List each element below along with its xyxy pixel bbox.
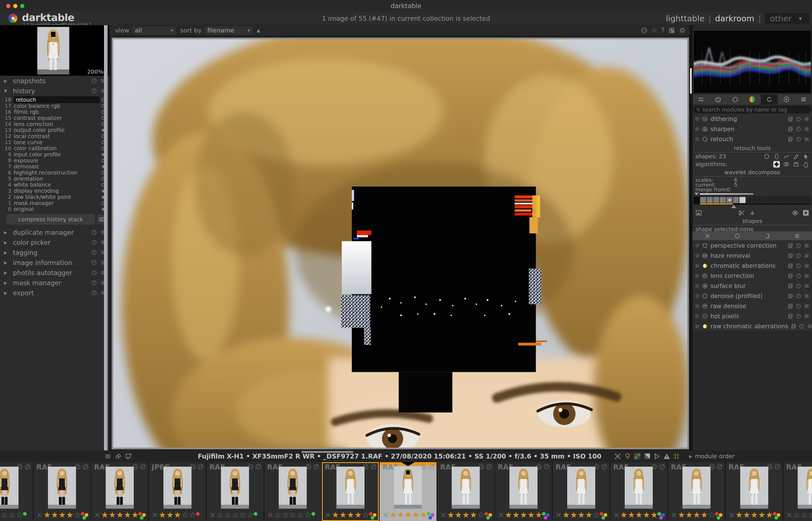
scale-square[interactable] [733, 197, 739, 203]
brush-shape-button[interactable] [793, 153, 799, 160]
star-icon[interactable]: ★ [678, 511, 685, 519]
star-rating[interactable]: ☆☆☆☆☆ [217, 511, 254, 519]
power-icon[interactable] [695, 253, 699, 258]
star-rating[interactable]: ★★★★★ [101, 511, 138, 519]
star-rating[interactable]: ☆☆☆☆☆ [275, 511, 312, 519]
tab-base-group[interactable] [710, 94, 727, 105]
star-icon[interactable]: ☆ [274, 511, 281, 519]
preview-thumbnail[interactable] [37, 27, 69, 74]
history-item[interactable]: 14lens correction [0, 121, 109, 127]
star-icon[interactable]: ★ [59, 511, 66, 519]
star-icon[interactable]: ★ [332, 511, 339, 519]
tab-active-modules[interactable] [692, 94, 710, 105]
reject-button[interactable]: × [671, 511, 677, 519]
delete-shape-button[interactable] [692, 233, 723, 239]
star-icon[interactable]: ☆ [239, 511, 247, 519]
star-icon[interactable]: ★ [585, 511, 593, 519]
settings-gear-icon[interactable] [679, 27, 686, 34]
star-icon[interactable]: ★ [174, 511, 181, 519]
filmstrip-cell[interactable]: RAF×☆☆☆☆☆ [784, 462, 812, 521]
star-icon[interactable]: ☆ [801, 511, 808, 519]
multi-instance-icon[interactable] [791, 323, 796, 329]
star-icon[interactable]: ★ [628, 511, 635, 519]
history-item[interactable]: 8exposure [0, 157, 109, 164]
merge-preview-bar[interactable] [692, 192, 812, 196]
module-raw-chromatic-aberrations[interactable]: raw chromatic aberrations [692, 321, 812, 331]
ellipse-shape-button[interactable] [773, 153, 780, 160]
left-panel-scrollbar[interactable] [104, 25, 108, 450]
filmstrip-cell[interactable]: RAF×★★★★☆ [553, 462, 610, 521]
history-item[interactable]: 11tone curve [0, 139, 109, 145]
multi-instance-icon[interactable] [788, 253, 793, 258]
star-icon[interactable]: ★ [462, 511, 470, 519]
filmstrip-cell[interactable]: RAF×★★★★★ [726, 462, 783, 521]
reject-button[interactable]: × [37, 511, 43, 519]
module-perspective-correction[interactable]: perspective correction [692, 240, 812, 250]
filmstrip-cell[interactable]: RAF×☆☆☆☆☆ [207, 462, 263, 521]
star-icon[interactable]: ☆ [216, 511, 224, 519]
tab-tone-group[interactable] [727, 94, 744, 105]
history-item[interactable]: 1mask manager [0, 200, 109, 206]
filmstrip-cell[interactable]: JPEG×★★★☆☆ [149, 462, 206, 521]
reset-icon[interactable] [91, 78, 97, 84]
star-icon[interactable]: ★ [758, 511, 766, 519]
star-icon[interactable]: ★ [355, 511, 362, 519]
star-icon[interactable]: ★ [700, 511, 708, 519]
multi-instance-icon[interactable] [788, 243, 793, 248]
sidebar-section-color-picker[interactable]: ▶color picker [0, 237, 109, 247]
scale-square[interactable] [752, 197, 759, 203]
scale-square[interactable] [785, 197, 791, 203]
scale-square[interactable] [778, 197, 785, 203]
multi-instance-icon[interactable] [788, 273, 793, 279]
reset-icon[interactable] [91, 229, 97, 235]
tab-group-menu[interactable] [795, 94, 812, 105]
history-item[interactable]: 0original◉ [0, 206, 109, 212]
module-haze-removal[interactable]: haze removal [692, 250, 812, 260]
histogram-scope[interactable] [694, 31, 811, 93]
power-icon[interactable] [695, 294, 699, 298]
star-filter-icon[interactable]: ☆ [651, 27, 658, 34]
power-icon[interactable] [695, 314, 699, 318]
tab-other-dropdown[interactable]: other ▾ [765, 13, 809, 24]
power-icon[interactable] [695, 284, 699, 288]
display-wavelet-icon[interactable] [803, 209, 809, 216]
filmstrip-thumbnail[interactable] [221, 467, 249, 509]
history-item[interactable]: 3display encoding◉ [0, 188, 109, 194]
star-icon[interactable]: ★ [159, 511, 166, 519]
module-sharpen[interactable]: sharpen [692, 124, 812, 134]
history-item[interactable]: 9input color profile◉ [0, 151, 109, 157]
reject-button[interactable]: × [498, 511, 504, 519]
filmstrip-thumbnail[interactable] [682, 467, 710, 509]
paste-scale-icon[interactable] [749, 209, 756, 216]
sidebar-section-photils-autotagger[interactable]: ▶photils autotagger [0, 268, 109, 278]
star-rating[interactable]: ★★★★☆ [563, 511, 600, 519]
module-lens-correction[interactable]: lens correction [692, 271, 812, 281]
reset-icon[interactable] [91, 280, 97, 286]
star-icon[interactable]: ★ [447, 511, 454, 519]
power-icon[interactable] [695, 274, 699, 278]
star-icon[interactable]: ★ [339, 511, 346, 519]
star-icon[interactable]: ★ [412, 511, 420, 519]
reset-icon[interactable] [91, 240, 97, 245]
reset-icon[interactable] [91, 88, 97, 94]
star-icon[interactable]: ★ [570, 511, 577, 519]
star-icon[interactable]: ★ [116, 511, 123, 519]
color-label-filter-icon[interactable] [641, 27, 648, 34]
presets-menu-icon[interactable] [804, 313, 810, 319]
history-item[interactable]: 10color calibration [0, 145, 109, 152]
star-icon[interactable]: ★ [520, 511, 527, 519]
module-chromatic-aberrations[interactable]: chromatic aberrations [692, 260, 812, 271]
path-shape-button[interactable] [783, 153, 790, 160]
right-panel-scrollbar[interactable] [690, 68, 692, 94]
star-icon[interactable]: ★ [397, 511, 404, 519]
filmstrip-thumbnail[interactable] [337, 467, 364, 509]
tab-darkroom[interactable]: darkroom [715, 14, 754, 23]
sidebar-section-tagging[interactable]: ▶tagging [0, 247, 109, 257]
opacity-shape-button[interactable] [723, 233, 752, 239]
filmstrip-thumbnail[interactable] [452, 467, 480, 509]
reject-button[interactable]: × [728, 511, 735, 519]
reject-button[interactable]: × [94, 511, 100, 519]
presets-menu-icon[interactable] [807, 323, 812, 329]
presets-menu-icon[interactable] [804, 303, 810, 309]
navigation-preview[interactable]: 200%▾ [0, 25, 109, 76]
